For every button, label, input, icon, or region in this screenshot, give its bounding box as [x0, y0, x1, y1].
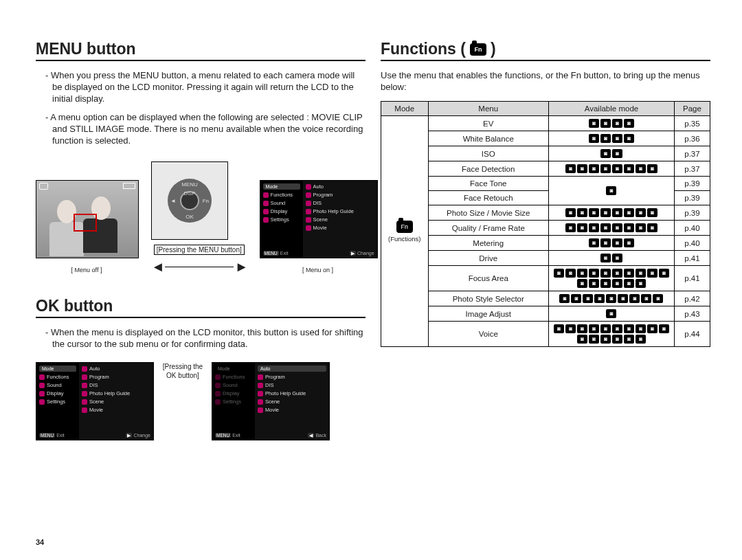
mode-icon: ◙ — [594, 294, 605, 303]
page-cell: p.36 — [674, 131, 710, 146]
mode-icon: ◙ — [577, 335, 587, 344]
table-row: Fn(Functions)EV◙◙◙◙p.35 — [381, 116, 710, 131]
menu-cell: Quality / Frame Rate — [428, 221, 548, 236]
table-row: Face Detection◙◙◙◙◙◙◙◙p.37 — [381, 161, 710, 177]
menu-cell: Voice — [428, 322, 548, 347]
mode-icon: ◙ — [606, 309, 616, 318]
table-row: Focus Area◙◙◙◙◙◙◙◙◙◙◙◙◙◙◙◙p.41 — [381, 266, 710, 291]
mode-icon: ◙ — [647, 223, 657, 232]
table-row: ISO◙◙p.37 — [381, 146, 710, 161]
available-mode-cell: ◙◙ — [548, 146, 674, 161]
page-cell: p.40 — [674, 236, 710, 251]
mode-icon: ◙ — [600, 208, 611, 217]
double-arrow-icon — [151, 259, 247, 275]
mode-icon: ◙ — [577, 324, 587, 333]
fn-mode-icon: Fn — [396, 221, 413, 233]
mode-cell: Fn(Functions) — [381, 116, 429, 347]
menu-cell: Face Retouch — [428, 191, 548, 205]
mode-icon: ◙ — [554, 324, 564, 333]
table-row: Photo Size / Movie Size◙◙◙◙◙◙◙◙p.39 — [381, 205, 710, 221]
mode-icon: ◙ — [612, 208, 622, 217]
mode-icon: ◙ — [606, 294, 616, 303]
menu-button-figures: [ Menu off ] MENU DISP OK ◄ Fn [Pressing… — [36, 161, 366, 275]
mode-icon: ◙ — [612, 254, 622, 262]
mode-icon: ◙ — [583, 294, 593, 303]
mode-icon: ◙ — [589, 164, 599, 173]
page-cell: p.37 — [674, 161, 710, 177]
available-mode-cell: ◙◙◙◙ — [548, 131, 674, 146]
mode-icon: ◙ — [600, 119, 611, 128]
table-row: Image Adjust◙p.43 — [381, 306, 710, 322]
menu-cell: Image Adjust — [428, 306, 548, 322]
menu-cell: ISO — [428, 146, 548, 161]
mode-icon: ◙ — [612, 149, 622, 158]
mode-icon: ◙ — [612, 324, 622, 333]
available-mode-cell: ◙ — [548, 306, 674, 322]
mode-icon: ◙ — [577, 279, 587, 288]
mode-icon: ◙ — [629, 294, 640, 303]
page-cell: p.37 — [674, 146, 710, 161]
ok-screen-before: Mode Functions Sound Display Settings Au… — [36, 362, 154, 440]
table-row: Face Tone◙p.39 — [381, 177, 710, 191]
available-mode-cell: ◙◙◙◙◙◙◙◙◙◙◙◙◙◙◙◙ — [548, 322, 674, 347]
menu-button-heading: MENU button — [36, 40, 366, 61]
menu-cell: Photo Size / Movie Size — [428, 205, 548, 221]
caption-menu-off: [ Menu off ] — [69, 266, 104, 274]
mode-icon: ◙ — [647, 164, 657, 173]
ok-button-heading: OK button — [36, 297, 366, 318]
mode-cell-label: (Functions) — [388, 235, 421, 243]
mode-icon: ◙ — [577, 208, 587, 217]
mode-icon: ◙ — [659, 324, 669, 333]
fn-mode-icon: Fn — [470, 43, 486, 56]
functions-intro: Use the menu that enables the functions,… — [381, 69, 710, 93]
mode-icon: ◙ — [612, 279, 622, 288]
mode-icon: ◙ — [624, 134, 634, 143]
table-row: Drive◙◙p.41 — [381, 251, 710, 266]
caption-menu-on: [ Menu on ] — [300, 266, 335, 274]
available-mode-cell: ◙◙◙◙◙◙◙◙◙◙◙◙◙◙◙◙ — [548, 266, 674, 291]
mode-icon: ◙ — [589, 269, 599, 278]
available-mode-cell: ◙◙◙◙◙◙◙◙ — [548, 161, 674, 177]
menu-paragraph-1: When you press the MENU button, a menu r… — [52, 69, 366, 104]
af-frame-icon — [74, 214, 97, 232]
mode-icon: ◙ — [624, 119, 634, 128]
control-wheel: MENU DISP OK ◄ Fn — [168, 179, 212, 223]
mode-icon: ◙ — [600, 149, 611, 158]
available-mode-cell: ◙◙ — [548, 251, 674, 266]
mode-icon: ◙ — [606, 186, 616, 195]
mode-icon: ◙ — [636, 208, 646, 217]
menu-on-figure: Mode Functions Sound Display Settings Au… — [260, 180, 378, 275]
mode-icon: ◙ — [636, 164, 646, 173]
mode-icon: ◙ — [636, 223, 646, 232]
page-cell: p.39 — [674, 191, 710, 205]
mode-icon: ◙ — [624, 223, 634, 232]
page-cell: p.39 — [674, 177, 710, 191]
mode-icon: ◙ — [600, 223, 611, 232]
mode-icon: ◙ — [612, 164, 622, 173]
page-cell: p.41 — [674, 251, 710, 266]
menu-cell: Face Detection — [428, 161, 548, 177]
mode-icon: ◙ — [559, 294, 570, 303]
mode-icon: ◙ — [577, 269, 587, 278]
mode-icon: ◙ — [653, 294, 663, 303]
available-mode-cell: ◙◙◙◙ — [548, 116, 674, 131]
menu-cell: Metering — [428, 236, 548, 251]
ok-paragraph: When the menu is displayed on the LCD mo… — [52, 326, 366, 350]
available-mode-cell: ◙◙◙◙◙◙◙◙◙ — [548, 291, 674, 306]
mode-icon: ◙ — [600, 164, 611, 173]
mode-icon: ◙ — [659, 269, 669, 278]
mode-icon: ◙ — [636, 269, 646, 278]
functions-heading: Functions ( Fn ) — [381, 40, 710, 61]
mode-icon: ◙ — [647, 269, 657, 278]
page-cell: p.41 — [674, 266, 710, 291]
table-row: Metering◙◙◙◙p.40 — [381, 236, 710, 251]
mode-icon: ◙ — [565, 208, 576, 217]
mode-icon: ◙ — [600, 134, 611, 143]
table-row: Photo Style Selector◙◙◙◙◙◙◙◙◙p.42 — [381, 291, 710, 306]
menu-paragraph-2: A menu option can be displayed when the … — [52, 111, 366, 146]
mode-icon: ◙ — [618, 294, 628, 303]
mode-icon: ◙ — [577, 164, 587, 173]
page-cell: p.35 — [674, 116, 710, 131]
page-number: 34 — [36, 538, 44, 546]
table-row: White Balance◙◙◙◙p.36 — [381, 131, 710, 146]
